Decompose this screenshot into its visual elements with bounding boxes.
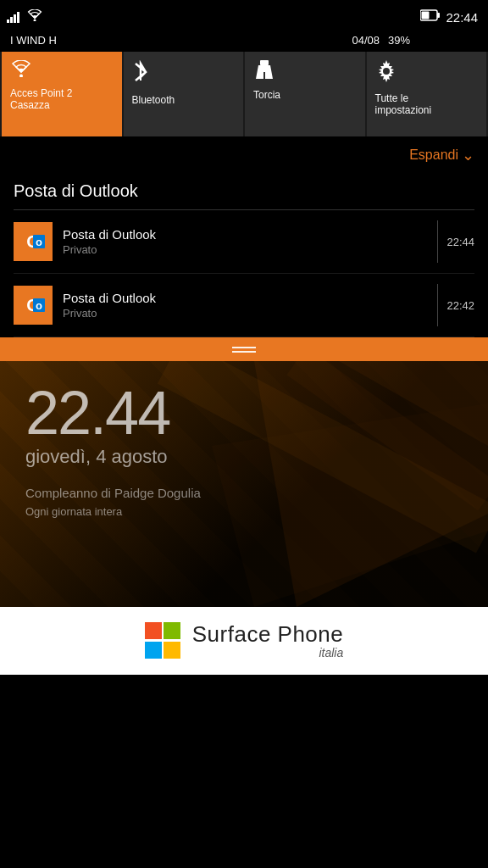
notification-section: Posta di Outlook O o Posta di Outlook Pr… [0, 173, 488, 337]
tile-torch-label: Torcia [253, 89, 280, 101]
wifi-tile-icon [10, 60, 32, 82]
signal-icon [7, 11, 19, 23]
status-left [7, 9, 43, 25]
notif-content-2: Posta di Outlook Privato [63, 291, 429, 320]
svg-rect-6 [260, 60, 269, 65]
lock-time: 22.44 [25, 378, 169, 448]
torch-tile-icon [253, 60, 275, 84]
tile-wifi-label: Acces Point 2Casazza [10, 87, 72, 112]
tile-settings[interactable]: Tutte leimpostazioni [367, 52, 487, 136]
status-bar: 22:44 [0, 0, 488, 34]
logo-green [164, 622, 180, 639]
date-display: 04/08 [352, 34, 380, 47]
svg-text:o: o [36, 299, 42, 312]
notif-divider-1 [437, 220, 438, 263]
drag-line-1 [232, 347, 256, 348]
branding-text: Surface Phone italia [192, 622, 344, 660]
tile-wifi[interactable]: Acces Point 2Casazza [2, 52, 122, 136]
logo-yellow [164, 642, 180, 659]
brand-sub: italia [192, 646, 344, 659]
tile-torch[interactable]: Torcia [245, 52, 365, 136]
outlook-icon-2: O o [14, 286, 53, 325]
status-right: 22:44 [420, 9, 478, 25]
outlook-icon-1: O o [14, 222, 53, 261]
chevron-down-icon: ⌄ [462, 146, 474, 164]
surface-logo [145, 622, 182, 659]
settings-tile-icon [375, 60, 397, 87]
notif-content-1: Posta di Outlook Privato [63, 227, 429, 256]
logo-blue [145, 642, 162, 659]
logo-red [145, 622, 162, 639]
battery-percentage: 39% [388, 34, 410, 47]
tile-bluetooth[interactable]: Bluetooth [124, 52, 244, 136]
notification-item[interactable]: O o Posta di Outlook Privato 22:44 [14, 210, 474, 274]
svg-rect-2 [437, 13, 440, 18]
tile-bluetooth-label: Bluetooth [132, 94, 175, 106]
svg-rect-3 [422, 12, 430, 19]
svg-text:o: o [36, 236, 42, 248]
svg-point-4 [19, 75, 23, 78]
quick-settings: Acces Point 2Casazza Bluetooth Torcia [0, 52, 488, 136]
bluetooth-tile-icon [132, 60, 149, 89]
svg-point-0 [34, 19, 36, 22]
lock-event: Compleanno di Paidge Dogulia Ogni giorna… [25, 484, 201, 520]
notif-time-2: 22:42 [446, 299, 474, 312]
notif-divider-2 [437, 284, 438, 326]
notification-section-title: Posta di Outlook [14, 173, 474, 209]
tile-settings-label: Tutte leimpostazioni [375, 92, 432, 117]
espandi-button[interactable]: Espandi ⌄ [409, 145, 474, 164]
notification-item-2[interactable]: O o Posta di Outlook Privato 22:42 [14, 274, 474, 337]
branding-bar: Surface Phone italia [0, 607, 488, 675]
network-label: I WIND H 39% 04/08 [0, 34, 488, 52]
lock-screen-area: 22.44 giovedì, 4 agosto Compleanno di Pa… [0, 361, 488, 607]
drag-lines [232, 347, 256, 353]
drag-line-2 [232, 351, 256, 353]
notif-time-1: 22:44 [446, 236, 474, 248]
espandi-row: Espandi ⌄ [0, 136, 488, 173]
lock-date: giovedì, 4 agosto [25, 446, 168, 468]
wifi-status-icon [26, 9, 43, 25]
drag-handle-bar[interactable] [0, 337, 488, 361]
time-display: 22:44 [446, 10, 478, 25]
brand-name: Surface Phone [192, 622, 344, 647]
svg-point-10 [383, 68, 390, 75]
battery-icon [420, 9, 441, 25]
